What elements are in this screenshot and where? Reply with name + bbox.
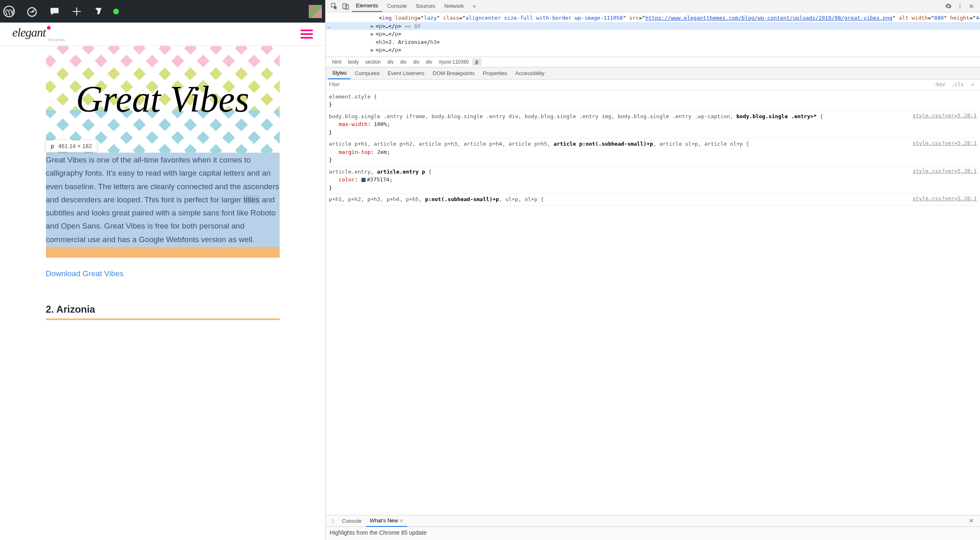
- tab-overflow[interactable]: »: [469, 0, 480, 11]
- tooltip-tag: p: [51, 143, 55, 149]
- section-heading-2: 2. Arizonia: [46, 304, 280, 315]
- logo-wordmark: elegant: [12, 26, 66, 39]
- hero-pattern: Great Vibes: [46, 46, 280, 153]
- settings-gear-icon[interactable]: [943, 1, 954, 11]
- subtab-styles[interactable]: Styles: [328, 67, 351, 79]
- rule-source-link[interactable]: style.css?ver=5.28:1: [912, 139, 977, 147]
- svg-point-6: [959, 5, 960, 6]
- cls-toggle[interactable]: .cls: [950, 81, 965, 88]
- dom-breadcrumbs[interactable]: html body section div div div div #post-…: [326, 57, 980, 67]
- drawer-tab-whatsnew[interactable]: What's New×: [366, 515, 407, 527]
- devtools: Elements Console Sources Network » <img …: [325, 0, 980, 540]
- crumb-section[interactable]: section: [362, 58, 384, 66]
- tooltip-dimensions: 461.14 × 182: [58, 143, 92, 149]
- tab-elements[interactable]: Elements: [352, 0, 382, 12]
- tab-sources[interactable]: Sources: [412, 0, 440, 11]
- crumb-div4[interactable]: div: [423, 58, 435, 66]
- heading-underline: [46, 318, 280, 320]
- dom-node-p3[interactable]: ▶<p>…</p>: [326, 46, 980, 54]
- dashboard-icon[interactable]: [26, 6, 38, 17]
- css-rule[interactable]: style.css?ver=5.28:1body.blog.single .en…: [329, 111, 977, 139]
- drawer-menu-icon[interactable]: ⋮: [328, 518, 338, 524]
- subtab-eventlisteners[interactable]: Event Listeners: [383, 68, 428, 79]
- yoast-seo-icon[interactable]: [93, 6, 104, 17]
- tab-network[interactable]: Network: [440, 0, 468, 11]
- crumb-div2[interactable]: div: [397, 58, 410, 66]
- tab-console[interactable]: Console: [383, 0, 411, 11]
- close-devtools-icon[interactable]: [966, 1, 977, 11]
- css-rule[interactable]: style.css?ver=5.28:1p+h1, p+h2, p+h3, p+…: [329, 194, 977, 206]
- crumb-html[interactable]: html: [329, 58, 345, 66]
- css-rule[interactable]: style.css?ver=5.28:1article.entry, artic…: [329, 166, 977, 194]
- crumb-post[interactable]: #post-110380: [435, 58, 472, 66]
- user-avatar[interactable]: [309, 5, 322, 18]
- css-rule[interactable]: element.style {}: [329, 91, 977, 111]
- add-new-icon[interactable]: [71, 6, 82, 17]
- subtab-computed[interactable]: Computed: [351, 68, 383, 79]
- svg-point-5: [959, 4, 960, 5]
- wp-admin-bar: [0, 0, 325, 23]
- drawer-body-text: Highlights from the Chrome 85 update: [326, 527, 980, 540]
- styles-subtabs: Styles Computed Event Listeners DOM Brea…: [326, 67, 980, 80]
- dom-tree[interactable]: <img loading="lazy" class="aligncenter s…: [326, 12, 980, 57]
- subtab-accessibility[interactable]: Accessibility: [511, 68, 549, 79]
- article: p 461.14 × 182 Great Vibes Great Vibes i…: [46, 46, 280, 336]
- rule-source-link[interactable]: style.css?ver=5.28:1: [912, 194, 977, 203]
- crumb-div3[interactable]: div: [410, 58, 422, 66]
- dom-node-p2[interactable]: ▶<p>…</p>: [326, 30, 980, 38]
- devtools-main-tabs: Elements Console Sources Network »: [326, 0, 980, 12]
- hero-font-sample: Great Vibes: [76, 81, 249, 118]
- subtab-properties[interactable]: Properties: [479, 68, 511, 79]
- menu-toggle-button[interactable]: [301, 30, 313, 39]
- device-toolbar-icon[interactable]: [340, 1, 351, 11]
- svg-rect-3: [343, 4, 346, 9]
- download-link[interactable]: Download Great Vibes: [46, 269, 280, 278]
- hero-image: Great Vibes Great Vibes is one of the al…: [46, 46, 280, 258]
- close-tab-icon[interactable]: ×: [400, 517, 403, 524]
- css-rule[interactable]: style.css?ver=5.28:1article p+h1, articl…: [329, 138, 977, 166]
- styles-rules[interactable]: element.style {}style.css?ver=5.28:1body…: [326, 90, 980, 515]
- rule-source-link[interactable]: style.css?ver=5.28:1: [912, 112, 977, 120]
- page-content: p 461.14 × 182 Great Vibes Great Vibes i…: [0, 46, 325, 540]
- crumb-p[interactable]: p: [472, 58, 482, 66]
- hov-toggle[interactable]: :hov: [932, 81, 947, 88]
- wordpress-logo-icon[interactable]: [3, 6, 15, 17]
- overflow-dots-icon[interactable]: …: [326, 22, 333, 30]
- inspected-paragraph-highlight: Great Vibes is one of the all-time favor…: [46, 153, 280, 247]
- new-rule-plus-icon[interactable]: ＋: [969, 81, 977, 89]
- dom-node-img[interactable]: <img loading="lazy" class="aligncenter s…: [326, 14, 980, 22]
- browser-viewport: elegant themes p 461.14 × 182 Great Vibe…: [0, 0, 325, 540]
- dom-node-h3[interactable]: <h3>2. Arizonia</h3>: [326, 38, 980, 46]
- rule-source-link[interactable]: style.css?ver=5.28:1: [912, 167, 977, 175]
- site-header: elegant themes: [0, 23, 325, 46]
- dom-node-selected-p[interactable]: … ▶<p>…</p> == $0: [326, 22, 980, 30]
- comments-icon[interactable]: [49, 6, 60, 17]
- article-paragraph: Great Vibes is one of the all-time favor…: [46, 153, 280, 247]
- crumb-body[interactable]: body: [345, 58, 362, 66]
- site-logo[interactable]: elegant themes: [12, 26, 66, 42]
- svg-point-7: [959, 7, 960, 8]
- drawer-tabs: ⋮ Console What's New× ×: [326, 515, 980, 527]
- close-drawer-icon[interactable]: ×: [965, 517, 978, 525]
- kebab-menu-icon[interactable]: [955, 1, 965, 11]
- devtools-drawer: ⋮ Console What's New× × Highlights from …: [326, 515, 980, 540]
- subtab-dombreakpoints[interactable]: DOM Breakpoints: [428, 68, 479, 79]
- status-dot-icon: [113, 9, 119, 14]
- inspect-element-icon[interactable]: [329, 1, 340, 11]
- drawer-tab-console[interactable]: Console: [338, 516, 366, 526]
- styles-filter-input[interactable]: [329, 82, 932, 87]
- inspector-dimension-tooltip: p 461.14 × 182: [46, 140, 97, 152]
- crumb-div1[interactable]: div: [384, 58, 397, 66]
- styles-filter-row: :hov .cls ＋: [326, 80, 980, 90]
